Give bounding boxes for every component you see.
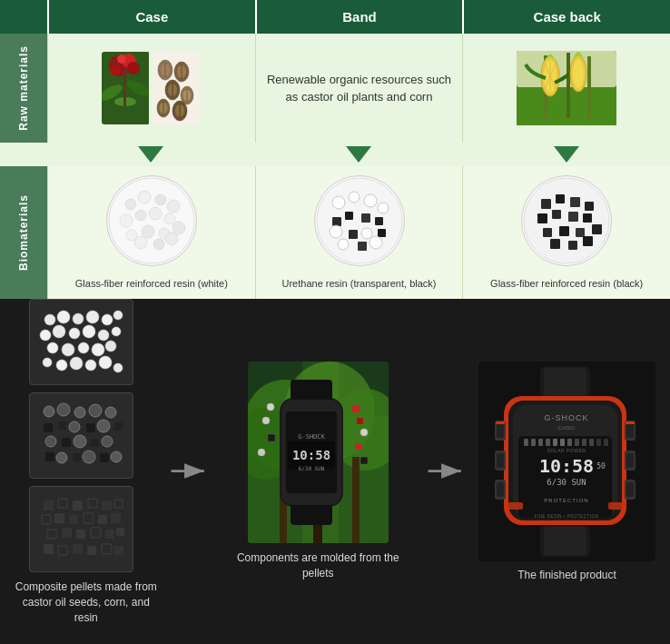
svg-rect-151 — [62, 528, 72, 538]
svg-rect-215 — [596, 439, 601, 446]
svg-point-134 — [83, 451, 95, 463]
svg-point-60 — [349, 192, 360, 203]
finished-watch-image: G-SHOCK CASIO — [478, 362, 655, 561]
svg-point-59 — [332, 196, 345, 209]
svg-point-183 — [267, 403, 274, 411]
svg-rect-87 — [550, 239, 560, 249]
svg-point-136 — [111, 451, 122, 462]
watch-assembly-label: Components are molded from the pellets — [222, 550, 415, 581]
svg-rect-225 — [497, 453, 504, 468]
down-arrow-caseback — [554, 146, 579, 163]
svg-point-119 — [105, 407, 116, 418]
raw-materials-label: Raw materials — [17, 45, 30, 131]
svg-rect-207 — [538, 439, 543, 446]
svg-rect-77 — [570, 197, 580, 207]
biomaterials-label-cell: Biomaterials — [0, 166, 47, 299]
arrow-spacer — [0, 143, 47, 166]
svg-point-51 — [172, 222, 185, 234]
header-caseback: Case back — [462, 0, 670, 34]
svg-rect-76 — [556, 194, 565, 203]
svg-point-113 — [113, 363, 123, 372]
svg-point-44 — [138, 191, 151, 203]
svg-rect-131 — [45, 452, 54, 461]
svg-rect-142 — [102, 500, 112, 510]
black-resin-svg — [523, 177, 610, 264]
svg-rect-68 — [349, 230, 358, 239]
header-row: Case Band Case back — [0, 0, 670, 34]
svg-rect-231 — [626, 453, 634, 468]
svg-point-91 — [44, 314, 55, 325]
svg-rect-173 — [352, 457, 360, 543]
svg-point-93 — [73, 313, 84, 324]
svg-point-48 — [135, 210, 146, 221]
svg-point-50 — [164, 213, 175, 224]
svg-point-111 — [85, 360, 96, 371]
svg-rect-161 — [114, 546, 123, 555]
urethane-resin-svg — [316, 177, 403, 264]
svg-point-108 — [43, 358, 52, 367]
svg-point-124 — [97, 420, 110, 432]
svg-rect-66 — [375, 217, 383, 225]
svg-point-67 — [330, 225, 342, 238]
svg-rect-145 — [54, 513, 64, 523]
svg-point-43 — [125, 199, 136, 210]
svg-text:6/30 SUN: 6/30 SUN — [298, 465, 324, 471]
svg-point-187 — [360, 429, 368, 436]
svg-point-4 — [127, 62, 140, 74]
black-pellets-svg — [36, 493, 127, 566]
bottom-section: Composite pellets made from castor oil s… — [0, 299, 670, 643]
svg-rect-139 — [58, 499, 67, 508]
svg-rect-206 — [531, 439, 536, 446]
svg-rect-82 — [583, 213, 592, 223]
svg-point-69 — [361, 228, 372, 239]
svg-point-122 — [69, 421, 80, 432]
svg-point-116 — [57, 403, 70, 416]
svg-point-71 — [338, 239, 349, 250]
svg-rect-34 — [587, 56, 591, 118]
arrow-row — [0, 143, 670, 166]
svg-rect-158 — [73, 544, 83, 554]
svg-rect-146 — [69, 515, 78, 524]
svg-point-46 — [167, 200, 180, 213]
svg-rect-237 — [608, 502, 626, 510]
svg-rect-135 — [100, 453, 109, 462]
arrow-to-finished — [424, 453, 469, 490]
svg-point-55 — [134, 236, 147, 249]
header-band: Band — [255, 0, 463, 34]
svg-point-184 — [262, 417, 270, 424]
svg-point-126 — [45, 436, 56, 447]
svg-rect-186 — [357, 418, 363, 424]
svg-text:10:58: 10:58 — [292, 448, 330, 462]
urethane-resin-circle — [314, 175, 405, 266]
svg-rect-138 — [44, 500, 54, 510]
raw-band-col: Renewable organic resources such as cast… — [255, 34, 463, 143]
svg-rect-213 — [582, 439, 586, 446]
svg-point-56 — [153, 239, 164, 250]
svg-text:10:58: 10:58 — [539, 455, 594, 477]
arrow-caseback-col — [462, 143, 670, 166]
svg-rect-83 — [592, 224, 602, 234]
svg-text:CASIO: CASIO — [558, 425, 576, 431]
svg-point-73 — [369, 236, 382, 249]
svg-point-103 — [47, 342, 58, 353]
svg-point-45 — [155, 194, 166, 205]
svg-point-96 — [113, 311, 123, 320]
svg-point-130 — [102, 436, 113, 447]
svg-rect-147 — [84, 513, 94, 523]
white-resin-circle — [106, 175, 197, 266]
svg-rect-149 — [111, 513, 121, 523]
pellets-label: Composite pellets made from castor oil s… — [15, 580, 158, 625]
svg-rect-152 — [76, 530, 85, 539]
svg-point-49 — [149, 207, 162, 220]
svg-point-98 — [53, 325, 65, 338]
right-arrow-svg-1 — [167, 453, 212, 490]
watch-assembly-image: G-SHOCK 10:58 6/30 SUN — [248, 362, 389, 543]
svg-rect-229 — [626, 423, 634, 438]
finished-product-section: G-SHOCK CASIO — [478, 362, 655, 581]
raw-caseback-col — [462, 34, 670, 143]
right-arrow-svg-2 — [424, 453, 469, 490]
svg-point-97 — [40, 330, 51, 341]
svg-rect-129 — [91, 439, 99, 447]
svg-point-74 — [524, 178, 609, 263]
svg-point-109 — [56, 360, 67, 371]
